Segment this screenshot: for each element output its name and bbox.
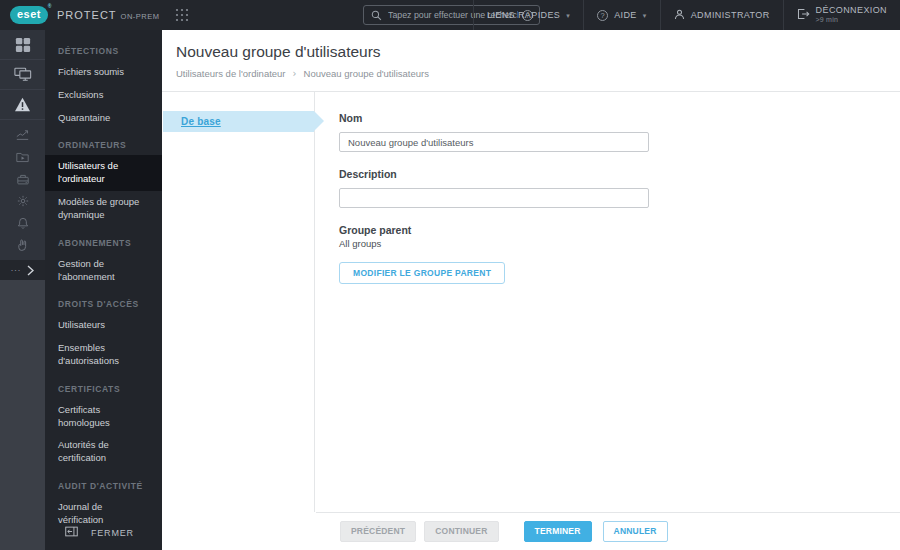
breadcrumb: Utilisateurs de l'ordinateur › Nouveau g… (176, 68, 900, 79)
user-label: ADMINISTRATOR (691, 10, 770, 20)
logout-label: DÉCONNEXION (816, 5, 887, 16)
more-icon[interactable]: ... (0, 260, 45, 280)
sidebar-item[interactable]: Utilisateurs de l'ordinateur (45, 155, 162, 191)
tasks-icon[interactable] (0, 146, 45, 168)
name-label: Nom (339, 112, 900, 124)
rail-spacer (0, 280, 45, 550)
sidebar-item[interactable]: Certificats homologues (45, 399, 162, 435)
sidebar-item[interactable]: Gestion de l'abonnement (45, 253, 162, 289)
sidebar-item[interactable]: Autorités de certification (45, 434, 162, 470)
wizard-step-de-base[interactable]: De base (163, 111, 314, 132)
sidebar-item[interactable]: Journal de vérification (45, 496, 162, 526)
installers-icon[interactable] (0, 168, 45, 190)
sidebar: DÉTECTIONSFichiers soumisExclusionsQuara… (45, 30, 162, 550)
sidebar-nav: DÉTECTIONSFichiers soumisExclusionsQuara… (45, 30, 162, 526)
name-input[interactable] (339, 132, 649, 152)
description-label: Description (339, 168, 900, 180)
top-nav: LIENS RAPIDES ▾ ? AIDE ▾ ADMINISTRAT (473, 0, 900, 30)
menu-section-title: DROITS D'ACCÈS (45, 288, 162, 314)
apps-grid-icon[interactable] (175, 8, 189, 22)
sidebar-item[interactable]: Ensembles d'autorisations (45, 337, 162, 373)
help-label: AIDE (614, 10, 637, 20)
quick-links-menu[interactable]: LIENS RAPIDES ▾ (473, 0, 583, 30)
quick-links-label: LIENS RAPIDES (487, 10, 560, 20)
group-form: Nom Description Groupe parent All groups… (315, 92, 900, 512)
sidebar-item[interactable]: Exclusions (45, 84, 162, 107)
dashboard-icon[interactable] (0, 30, 45, 60)
menu-section-title: AUDIT D'ACTIVITÉ (45, 470, 162, 496)
breadcrumb-item-current: Nouveau groupe d'utilisateurs (304, 68, 429, 79)
menu-section-title: ORDINATEURS (45, 129, 162, 155)
help-menu[interactable]: ? AIDE ▾ (583, 0, 660, 30)
expand-rail-icon (27, 265, 34, 276)
computers-icon[interactable] (0, 60, 45, 90)
previous-button: PRÉCÉDENT (340, 521, 416, 542)
notifications-icon[interactable] (0, 212, 45, 234)
reports-icon[interactable] (0, 124, 45, 146)
wizard-step-label: De base (181, 116, 221, 127)
logout-icon (797, 8, 810, 22)
logout-button[interactable]: DÉCONNEXION >9 min (783, 0, 900, 30)
collapse-menu-button[interactable]: FERMER (45, 526, 162, 550)
finish-button[interactable]: TERMINER (524, 521, 592, 542)
collapse-menu-label: FERMER (91, 528, 134, 538)
parent-group-label: Groupe parent (339, 224, 900, 236)
session-timeout: >9 min (816, 16, 887, 25)
continue-button: CONTINUER (424, 521, 498, 542)
menu-section-title: DÉTECTIONS (45, 35, 162, 61)
wizard-body: De base Nom Description Groupe parent Al… (162, 92, 900, 512)
main-content: Nouveau groupe d'utilisateurs Utilisateu… (162, 30, 900, 550)
wizard-footer: PRÉCÉDENT CONTINUER TERMINER ANNULER (162, 512, 900, 550)
sidebar-item[interactable]: Quarantaine (45, 107, 162, 130)
menu-section-title: CERTIFICATS (45, 373, 162, 399)
eset-logo-text: eset (17, 8, 41, 20)
breadcrumb-item[interactable]: Utilisateurs de l'ordinateur (176, 68, 286, 79)
parent-group-value: All groups (339, 238, 900, 249)
chevron-down-icon: ▾ (566, 11, 570, 20)
sidebar-item[interactable]: Modèles de groupe dynamique (45, 191, 162, 227)
eset-logo: eset® (10, 6, 48, 24)
description-input[interactable] (339, 188, 649, 208)
menu-section-title: ABONNEMENTS (45, 227, 162, 253)
top-bar: eset® PROTECT ON-PREM ? (0, 0, 900, 30)
more-dots: ... (11, 268, 22, 272)
collapse-menu-icon (65, 526, 78, 539)
page-header: Nouveau groupe d'utilisateurs Utilisateu… (162, 30, 900, 92)
cancel-button[interactable]: ANNULER (603, 521, 668, 542)
product-name: PROTECT (57, 9, 117, 21)
search-icon (371, 10, 382, 21)
detections-icon[interactable] (0, 90, 45, 120)
icon-rail: ... (0, 30, 45, 550)
user-icon (674, 9, 685, 22)
page-title: Nouveau groupe d'utilisateurs (176, 43, 900, 61)
eset-protect-console: eset® PROTECT ON-PREM ? (0, 0, 900, 550)
wizard-steps-panel: De base (162, 92, 315, 512)
status-icon[interactable] (0, 234, 45, 256)
chevron-down-icon: ▾ (643, 11, 647, 20)
policies-icon[interactable] (0, 190, 45, 212)
sidebar-item[interactable]: Utilisateurs (45, 314, 162, 337)
sidebar-item[interactable]: Fichiers soumis (45, 61, 162, 84)
product-suffix: ON-PREM (121, 10, 160, 21)
breadcrumb-separator-icon: › (293, 68, 297, 79)
change-parent-group-button[interactable]: MODIFIER LE GROUPE PARENT (339, 262, 505, 284)
help-circle-icon: ? (597, 10, 608, 21)
user-menu[interactable]: ADMINISTRATOR (660, 0, 783, 30)
